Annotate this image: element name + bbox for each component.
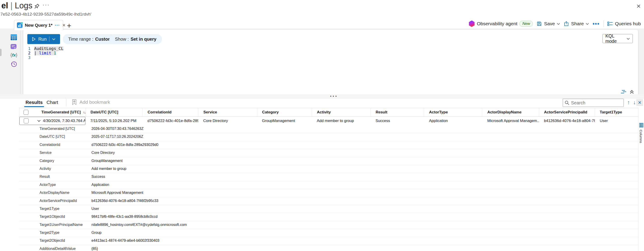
tables-icon[interactable] <box>10 34 18 41</box>
row-checkbox[interactable] <box>24 118 29 123</box>
column-header-result[interactable]: Result <box>370 108 424 116</box>
detail-field-name: AdditionalDetail6Value <box>40 247 76 251</box>
observability-agent-button[interactable]: Observability agent New <box>469 21 533 27</box>
column-header-actorserviceprincipalid[interactable]: ActorServicePrincipalId <box>539 108 595 116</box>
cell-actorserviceprincipalid[interactable]: b412636d-4076-4e18-a804-7f... <box>539 117 595 125</box>
column-header-timegenerated[interactable]: TimeGenerated [UTC]↑↓ <box>36 108 86 116</box>
detail-row[interactable]: AdditionalDetail6Value {85} <box>19 245 638 251</box>
column-header-service[interactable]: Service <box>198 108 257 116</box>
functions-icon[interactable]: {fx} <box>10 52 18 59</box>
cell-timegenerated[interactable]: 4/30/2026, 7:30:43.764 A... <box>36 117 85 125</box>
cell-dateutc[interactable]: 7/11/2025, 5:10:26.202 PM <box>85 117 142 125</box>
bookmark-icon <box>72 99 77 105</box>
run-label: Run <box>38 37 47 42</box>
select-all-checkbox[interactable] <box>24 110 28 115</box>
detail-field-value: Group <box>92 231 102 235</box>
close-blade-icon[interactable]: ✕ <box>636 3 641 10</box>
select-all-cell[interactable] <box>20 108 36 116</box>
detail-row[interactable]: Target2ObjectId e4413ac1-4874-4479-a6e4-… <box>19 237 638 245</box>
results-panel: Results Chart Add bookmark ↑ ↓ ✕ <box>0 99 644 251</box>
run-button-divider <box>49 37 50 42</box>
column-header-activity[interactable]: Activity <box>312 108 371 116</box>
tab-results[interactable]: Results <box>26 100 43 105</box>
resource-name: el <box>1 1 8 10</box>
detail-row[interactable]: ActorType Application <box>19 181 638 189</box>
cell-result[interactable]: Success <box>370 117 424 125</box>
detail-row[interactable]: ActorDisplayName Microsoft Approval Mana… <box>19 189 638 197</box>
search-input[interactable] <box>571 100 616 106</box>
query-editor-card: Run Time range : Custom Show : Set in qu… <box>23 30 638 96</box>
column-header-dateutc[interactable]: DateUTC [UTC] <box>86 108 143 116</box>
tab-new-query-1[interactable]: New Query 1* ··· ✕ <box>14 20 63 30</box>
tab-close-icon[interactable]: ✕ <box>62 23 66 28</box>
cell-service[interactable]: Core Directory <box>198 117 257 125</box>
share-icon <box>564 21 569 27</box>
detail-row[interactable]: Target1ObjectId 98417bf6-48fe-43c1-aa38-… <box>19 213 638 221</box>
detail-row[interactable]: Result Success <box>19 173 638 181</box>
run-button[interactable]: Run <box>27 34 60 44</box>
queries-hub-button[interactable]: Queries hub <box>607 21 641 27</box>
cell-activity[interactable]: Add member to group <box>312 117 370 125</box>
show-picker[interactable]: Show : Set in query <box>110 34 162 44</box>
results-search-box[interactable] <box>563 99 624 107</box>
kql-editor[interactable]: 1 AuditLogs_CL 2 | limit 1 3 <box>23 46 636 89</box>
line-number: 1 <box>23 46 34 51</box>
detail-row[interactable]: CorrelationId d7506222-fd3c-401e-8dfa-28… <box>19 141 638 149</box>
query-tab-label: New Query 1* <box>25 23 52 28</box>
expanded-row-details: TimeGenerated [UTC] 2026-04-30T07:30:43.… <box>19 125 638 251</box>
cell-category[interactable]: GroupManagement <box>257 117 312 125</box>
columns-pane-toggle[interactable]: Columns <box>638 108 644 251</box>
header-more-icon[interactable]: ··· <box>42 1 50 8</box>
row-select-cell[interactable] <box>20 117 36 125</box>
row-expand-chevron-icon[interactable] <box>37 120 41 122</box>
results-toolbar: Results Chart Add bookmark ↑ ↓ ✕ <box>0 99 644 108</box>
detail-field-value: Success <box>92 175 105 179</box>
find-previous-icon[interactable]: ↑ <box>627 99 630 106</box>
detail-row[interactable]: Target1Type User <box>19 205 638 213</box>
time-range-picker[interactable]: Time range : Custom <box>63 34 118 44</box>
code-number: 1 <box>51 51 56 55</box>
splitter-dots: ••• <box>330 94 338 98</box>
share-button[interactable]: Share <box>564 21 589 27</box>
queries-hub-icon <box>607 21 613 27</box>
collapse-editor-icon[interactable] <box>630 90 634 94</box>
splitter-handle[interactable]: ••• <box>0 94 644 98</box>
cell-actortype[interactable]: Application <box>424 117 482 125</box>
tab-chart[interactable]: Chart <box>46 100 58 105</box>
toolbar-more-icon[interactable]: ••• <box>592 21 600 27</box>
format-query-icon[interactable] <box>620 90 626 94</box>
sort-icon[interactable]: ↑↓ <box>83 110 85 114</box>
close-search-icon[interactable]: ✕ <box>636 99 643 106</box>
cell-actordisplayname[interactable]: Microsoft Approval Managem... <box>482 117 539 125</box>
column-header-target1type[interactable]: Target1Type <box>595 108 638 116</box>
detail-row[interactable]: Category GroupManagement <box>19 157 638 165</box>
column-header-actordisplayname[interactable]: ActorDisplayName <box>482 108 539 116</box>
cell-correlationid[interactable]: d7506222-fd3c-401e-8dfa-289... <box>142 117 198 125</box>
table-row[interactable]: 4/30/2026, 7:30:43.764 A... 7/11/2025, 5… <box>20 117 638 125</box>
detail-row[interactable]: ActorServicePrincipalId b412636d-4076-4e… <box>19 197 638 205</box>
sample-queries-icon[interactable] <box>10 44 18 51</box>
detail-row[interactable]: DateUTC [UTC] 2025-07-11T17:10:26.202420… <box>19 133 638 141</box>
cell-target1type[interactable]: User <box>595 117 638 125</box>
new-badge: New <box>519 21 533 27</box>
detail-row[interactable]: Target1UserPrincipalName nilafe8896_hosi… <box>19 221 638 229</box>
detail-row[interactable]: Target2Type Group <box>19 229 638 237</box>
column-header-actortype[interactable]: ActorType <box>424 108 482 116</box>
find-next-icon[interactable]: ↓ <box>633 99 636 106</box>
code-line-1: 1 AuditLogs_CL <box>23 46 636 51</box>
kql-mode-dropdown[interactable]: KQL mode <box>602 34 633 43</box>
detail-row[interactable]: Activity Add member to group <box>19 165 638 173</box>
column-header-correlationid[interactable]: CorrelationId <box>143 108 198 116</box>
query-history-icon[interactable] <box>10 61 18 68</box>
save-button[interactable]: Save <box>536 21 560 27</box>
line-number: 3 <box>23 55 34 60</box>
detail-row[interactable]: TimeGenerated [UTC] 2026-04-30T07:30:43.… <box>19 125 638 133</box>
add-bookmark-button[interactable]: Add bookmark <box>72 99 110 105</box>
code-keyword: limit <box>39 51 51 55</box>
line-number: 2 <box>23 51 34 55</box>
column-header-category[interactable]: Category <box>257 108 312 116</box>
detail-row[interactable]: Service Core Directory <box>19 149 638 157</box>
pin-icon[interactable] <box>33 3 40 11</box>
new-tab-button[interactable]: + <box>67 21 71 30</box>
tab-more-icon[interactable]: ··· <box>55 23 60 28</box>
